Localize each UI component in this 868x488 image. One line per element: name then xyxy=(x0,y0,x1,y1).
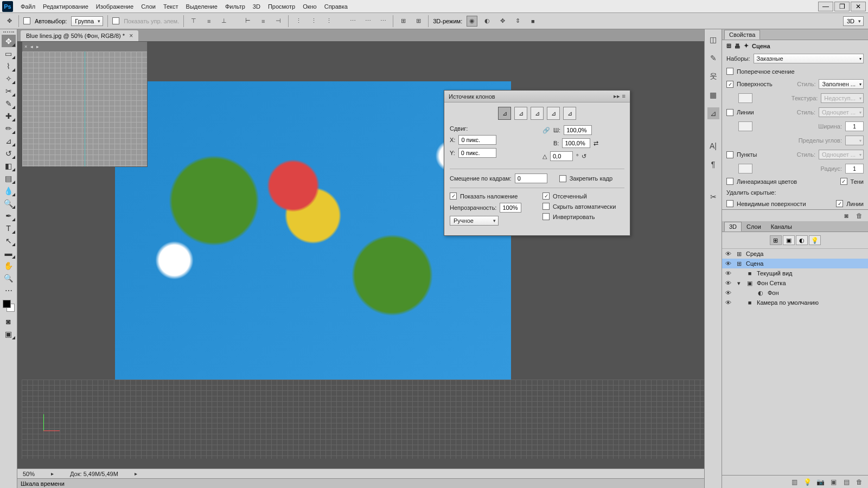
menu-image[interactable]: Изображение xyxy=(96,3,133,10)
autoselect-checkbox[interactable] xyxy=(23,17,30,24)
align-vcenter-icon[interactable]: ≡ xyxy=(203,16,214,27)
clone-src-4[interactable]: ⊿ xyxy=(547,107,560,120)
strip-measure-icon[interactable]: ✂ xyxy=(707,191,719,203)
dodge-tool[interactable]: 🔍 xyxy=(2,197,16,209)
distribute-5-icon[interactable]: ⋯ xyxy=(362,16,373,27)
angle-input[interactable] xyxy=(550,151,573,161)
pen-tool[interactable]: ✒ xyxy=(2,209,16,222)
flip-icon[interactable]: ⇄ xyxy=(593,140,598,147)
shadows-checkbox[interactable] xyxy=(840,178,847,185)
brush-tool[interactable]: ✏ xyxy=(2,122,16,134)
overlay-mode-dropdown[interactable]: Ручное xyxy=(450,216,499,226)
visibility-icon[interactable]: 👁 xyxy=(724,270,732,277)
invert-checkbox[interactable] xyxy=(542,213,550,220)
distribute-1-icon[interactable]: ⋮ xyxy=(293,16,304,27)
align-left-icon[interactable]: ⊢ xyxy=(242,16,253,27)
distribute-4-icon[interactable]: ⋯ xyxy=(347,16,358,27)
frame-offset-input[interactable] xyxy=(515,174,547,183)
color-swatches[interactable] xyxy=(3,300,15,312)
menu-layer[interactable]: Слои xyxy=(141,3,156,10)
distribute-6-icon[interactable]: ⋯ xyxy=(378,16,388,27)
tab-3d[interactable]: 3D xyxy=(724,222,742,232)
menu-view[interactable]: Просмотр xyxy=(268,3,295,10)
navigator-panel[interactable]: ×◂▸ xyxy=(22,41,148,167)
navigator-header[interactable]: ×◂▸ xyxy=(22,42,147,52)
3d-pan-icon[interactable]: ✥ xyxy=(497,16,508,27)
hand-tool[interactable]: ✋ xyxy=(2,259,16,272)
document-tab[interactable]: Blue lines.jpg @ 50% (Фон, RGB/8) * × xyxy=(21,30,138,41)
arrange-2-icon[interactable]: ⊞ xyxy=(413,16,424,27)
strip-brush-icon[interactable]: ✎ xyxy=(707,52,719,64)
expand-icon[interactable]: ▾ xyxy=(735,280,743,287)
lasso-tool[interactable]: ⌇ xyxy=(2,60,16,72)
toolbar-grip[interactable] xyxy=(3,31,14,34)
canvas-area[interactable]: ×◂▸ Источник клонов ▸▸≡ ⊿ ⊿ ⊿ ⊿ ⊿ xyxy=(17,41,704,468)
align-bottom-icon[interactable]: ⊥ xyxy=(219,16,229,27)
show-controls-checkbox[interactable] xyxy=(112,17,119,24)
status-menu-icon[interactable]: ▸ xyxy=(135,471,137,477)
history-brush-tool[interactable]: ↺ xyxy=(2,147,16,159)
shape-tool[interactable]: ▬ xyxy=(2,247,16,259)
move-tool[interactable]: ✥ xyxy=(2,35,16,47)
footer-1-icon[interactable]: ▥ xyxy=(790,478,799,486)
cross-section-checkbox[interactable] xyxy=(726,68,733,75)
surface-checkbox[interactable] xyxy=(726,81,733,88)
strip-clone-icon[interactable]: ⊿ xyxy=(707,107,719,119)
eyedropper-tool[interactable]: ✎ xyxy=(2,97,16,110)
strip-histogram-icon[interactable]: ◫ xyxy=(707,34,719,46)
surface-color-swatch[interactable] xyxy=(738,93,752,103)
menu-window[interactable]: Окно xyxy=(303,3,317,10)
menu-3d[interactable]: 3D xyxy=(253,3,260,10)
clipped-checkbox[interactable] xyxy=(542,192,550,200)
points-checkbox[interactable] xyxy=(726,151,733,158)
link-wh-icon[interactable]: 🔗 xyxy=(542,127,550,134)
x-input[interactable] xyxy=(458,135,496,145)
clone-src-3[interactable]: ⊿ xyxy=(531,107,544,120)
clone-src-2[interactable]: ⊿ xyxy=(514,107,527,120)
3d-axis-widget[interactable] xyxy=(39,414,61,436)
strip-char-icon[interactable]: A| xyxy=(707,140,719,152)
menu-select[interactable]: Выделение xyxy=(186,3,218,10)
points-color-swatch[interactable] xyxy=(738,164,752,174)
panel-menu-icon[interactable]: ≡ xyxy=(622,93,626,100)
wand-tool[interactable]: ✧ xyxy=(2,72,16,85)
filter-meshes[interactable]: ▣ xyxy=(783,235,795,245)
visibility-icon[interactable]: 👁 xyxy=(724,260,732,267)
menu-text[interactable]: Текст xyxy=(163,3,178,10)
lines-color-swatch[interactable] xyxy=(738,121,752,131)
crop-tool[interactable]: ✂ xyxy=(2,85,16,97)
heal-tool[interactable]: ✚ xyxy=(2,110,16,122)
distribute-3-icon[interactable]: ⋮ xyxy=(323,16,334,27)
menu-help[interactable]: Справка xyxy=(324,3,348,10)
render-icon[interactable]: ◙ xyxy=(842,211,851,220)
eraser-tool[interactable]: ◧ xyxy=(2,159,16,172)
reset-icon[interactable]: ↺ xyxy=(582,153,586,160)
menu-file[interactable]: Файл xyxy=(21,3,35,10)
align-right-icon[interactable]: ⊣ xyxy=(273,16,284,27)
lock-frame-checkbox[interactable] xyxy=(559,175,566,182)
tab-channels[interactable]: Каналы xyxy=(766,222,797,232)
lines-width-input[interactable] xyxy=(845,121,864,131)
visibility-icon[interactable]: 👁 xyxy=(724,299,732,306)
3d-roll-icon[interactable]: ◐ xyxy=(482,16,493,27)
zoom-level[interactable]: 50% xyxy=(23,471,35,477)
clone-source-title[interactable]: Источник клонов ▸▸≡ xyxy=(444,91,630,102)
document-tab-close[interactable]: × xyxy=(129,32,133,40)
arrange-1-icon[interactable]: ⊞ xyxy=(398,16,409,27)
align-top-icon[interactable]: ⊤ xyxy=(188,16,199,27)
visibility-icon[interactable]: 👁 xyxy=(724,251,732,257)
type-tool[interactable]: T xyxy=(2,222,16,234)
points-radius-input[interactable] xyxy=(845,164,864,174)
timeline-panel-tab[interactable]: Шкала времени xyxy=(17,478,704,488)
stamp-tool[interactable]: ⊿ xyxy=(2,134,16,147)
marquee-tool[interactable]: ▭ xyxy=(2,47,16,60)
visibility-icon[interactable]: 👁 xyxy=(724,290,732,296)
quickmask-button[interactable]: ◙ xyxy=(2,315,16,328)
workspace-dropdown[interactable]: 3D xyxy=(843,16,864,26)
zoom-tool[interactable]: 🔍 xyxy=(2,272,16,284)
clone-src-5[interactable]: ⊿ xyxy=(563,107,576,120)
edit-colors-tool[interactable]: ⋯ xyxy=(2,284,16,297)
3d-slide-icon[interactable]: ⇕ xyxy=(512,16,523,27)
minimize-button[interactable]: — xyxy=(818,2,833,11)
filter-lights[interactable]: 💡 xyxy=(809,235,821,245)
